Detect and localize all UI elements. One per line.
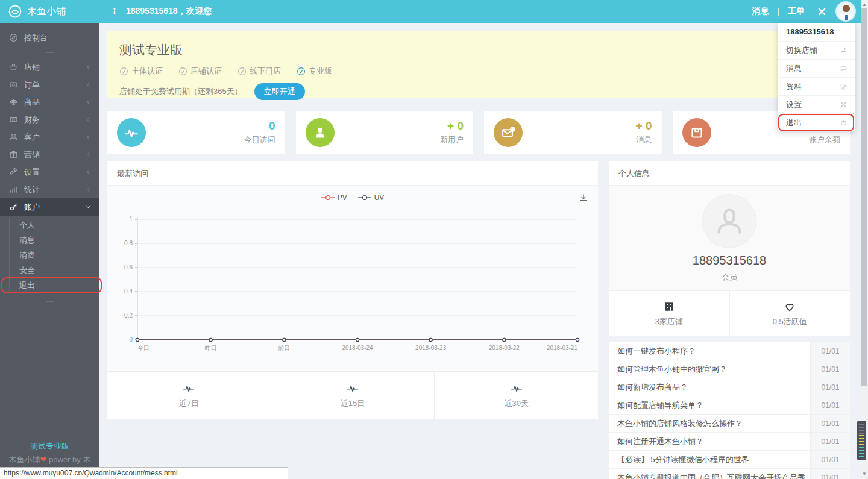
stat-card-0[interactable]: 0今日访问: [107, 111, 285, 154]
pulse-icon: [347, 382, 359, 394]
badge-label: 主体认证: [131, 66, 163, 77]
order-icon: [9, 80, 18, 89]
svg-text:0.2: 0.2: [124, 312, 133, 319]
chevron-left-icon: [85, 64, 92, 70]
range-tab-0[interactable]: 近7日: [107, 372, 271, 419]
news-row-2[interactable]: 如何新增发布商品？01/01: [609, 378, 850, 396]
edit-icon: [840, 83, 848, 90]
news-row-0[interactable]: 如何一键发布小程序？01/01: [609, 342, 850, 360]
legend-item-uv[interactable]: UV: [358, 193, 385, 202]
topbar-messages-link[interactable]: 消息: [752, 6, 769, 17]
main-row: 最新访问 PVUV 00.20.40.60.81今日昨日前日2018-03-24…: [107, 161, 850, 479]
news-title: 木鱼小铺专题报道中国（合肥）互联网大会开场产品秀: [609, 469, 810, 479]
dropdown-item-0[interactable]: 切换店铺: [778, 41, 855, 59]
legend-item-pv[interactable]: PV: [321, 193, 347, 202]
mailplus-icon: [501, 125, 515, 140]
wallet-icon: [682, 118, 711, 147]
power-icon: [840, 119, 848, 127]
certification-badge-2: 线下门店: [237, 66, 281, 77]
sidebar-item-1[interactable]: 店铺: [0, 58, 99, 76]
sidebar-item-label: 账户: [24, 202, 40, 213]
sidebar-plan-link[interactable]: 测试专业版: [0, 442, 99, 450]
sidebar-item-label: 控制台: [24, 33, 48, 43]
sidebar-item-label: 财务: [24, 114, 40, 125]
sidebar-item-6[interactable]: 营销: [0, 146, 99, 163]
sidebar-item-label: 统计: [24, 184, 40, 195]
sidebar-item-2[interactable]: 订单: [0, 76, 99, 93]
dropdown-item-2[interactable]: 资料: [778, 77, 855, 95]
range-tab-1[interactable]: 近15日: [271, 372, 435, 419]
svg-text:2018-03-24: 2018-03-24: [342, 345, 373, 351]
account-submenu-item-3[interactable]: 安全: [0, 263, 99, 278]
badge-label: 线下门店: [250, 66, 281, 77]
sidebar-item-7[interactable]: 设置: [0, 163, 99, 181]
pulse-icon: [117, 118, 146, 147]
visits-chart-svg: 00.20.40.60.81今日昨日前日2018-03-242018-03-23…: [107, 210, 598, 369]
metric-label: 0.5活跃值: [773, 316, 807, 327]
profile-body: 18895315618 会员: [609, 186, 850, 291]
download-icon[interactable]: [579, 193, 588, 202]
scroll-up-arrow-icon[interactable]: ▲: [861, 1, 868, 8]
scroll-down-arrow-icon[interactable]: ▼: [861, 471, 868, 478]
dropdown-item-1[interactable]: 消息: [778, 59, 855, 77]
dropdown-item-3[interactable]: 设置: [778, 95, 855, 113]
widget-stripes-yellow: [859, 435, 864, 445]
avatar-tie: [845, 15, 848, 20]
range-tab-2[interactable]: 近30天: [435, 372, 598, 419]
stats-icon: [9, 185, 18, 194]
pulse-icon: [124, 125, 139, 140]
shopfront-icon: [663, 301, 675, 313]
sidebar-item-label: 营销: [24, 149, 40, 160]
news-list: 如何一键发布小程序？01/01如何管理木鱼小铺中的微官网？01/01如何新增发布…: [609, 342, 850, 479]
account-submenu-item-2[interactable]: 消费: [0, 248, 99, 263]
profile-avatar-placeholder[interactable]: [702, 194, 756, 248]
activate-now-button[interactable]: 立即开通: [254, 83, 305, 100]
news-row-7[interactable]: 木鱼小铺专题报道中国（合肥）互联网大会开场产品秀01/01: [609, 469, 850, 479]
scrollbar-thumb[interactable]: [861, 8, 867, 386]
profile-metric-0[interactable]: 3家店铺: [609, 291, 730, 336]
dropdown-item-label: 设置: [786, 99, 802, 110]
svg-text:2018-03-23: 2018-03-23: [415, 345, 447, 351]
sidebar: 控制台店铺订单商品财务客户营销设置统计账户个人消息消费安全退出 测试专业版 木鱼…: [0, 23, 99, 479]
stat-value: 0: [244, 120, 275, 132]
trial-row: 店铺处于免费试用期（还剩365天） 立即开通: [119, 83, 838, 100]
sidebar-item-4[interactable]: 财务: [0, 111, 99, 128]
brand-logo-icon: [8, 4, 22, 19]
topbar-workorder-link[interactable]: 工单: [788, 6, 805, 17]
stat-label: 消息: [636, 134, 652, 145]
account-submenu-item-0[interactable]: 个人: [0, 218, 99, 233]
dropdown-item-4[interactable]: 退出: [778, 113, 855, 131]
news-row-6[interactable]: 【必读】 5分钟读懂微信小程序的世界01/01: [609, 451, 850, 469]
news-date: 01/01: [810, 378, 850, 396]
certification-badge-1: 店铺认证: [178, 66, 222, 77]
news-row-1[interactable]: 如何管理木鱼小铺中的微官网？01/01: [609, 360, 850, 378]
profile-title: 个人信息: [609, 161, 850, 186]
sidebar-item-5[interactable]: 客户: [0, 128, 99, 146]
side-float-widget[interactable]: [857, 421, 866, 460]
brand-name: 木鱼小铺: [27, 5, 66, 18]
sidebar-item-3[interactable]: 商品: [0, 93, 99, 111]
stat-card-2[interactable]: + 0消息: [484, 111, 662, 154]
sidebar-item-0[interactable]: 控制台: [0, 29, 99, 46]
profile-phone: 18895315618: [693, 254, 766, 268]
legend-label: UV: [374, 193, 385, 202]
sidebar-item-9[interactable]: 账户: [0, 198, 99, 216]
tools-icon: [840, 101, 848, 108]
news-row-4[interactable]: 木鱼小铺的店铺风格装修怎么操作？01/01: [609, 415, 850, 433]
heart-glyph: ❤: [40, 455, 47, 464]
account-submenu-item-1[interactable]: 消息: [0, 233, 99, 248]
chevron-left-icon: [85, 186, 92, 193]
page-scrollbar[interactable]: ▲ ▼: [861, 0, 868, 479]
metric-label: 3家店铺: [655, 316, 683, 327]
sidebar-item-8[interactable]: 统计: [0, 181, 99, 198]
news-row-5[interactable]: 如何注册开通木鱼小铺？01/01: [609, 433, 850, 451]
certification-badge-0: 主体认证: [119, 66, 163, 77]
news-row-3[interactable]: 如何配置店铺导航菜单？01/01: [609, 396, 850, 415]
profile-metric-1[interactable]: 0.5活跃值: [730, 291, 851, 336]
user-avatar[interactable]: [835, 1, 856, 22]
stat-card-1[interactable]: + 0新用户: [296, 111, 474, 154]
sidebar-divider: [46, 301, 54, 302]
account-submenu-item-4[interactable]: 退出: [0, 278, 99, 293]
powered-prefix: 木鱼小铺: [9, 455, 40, 464]
tools-icon[interactable]: [817, 7, 827, 17]
